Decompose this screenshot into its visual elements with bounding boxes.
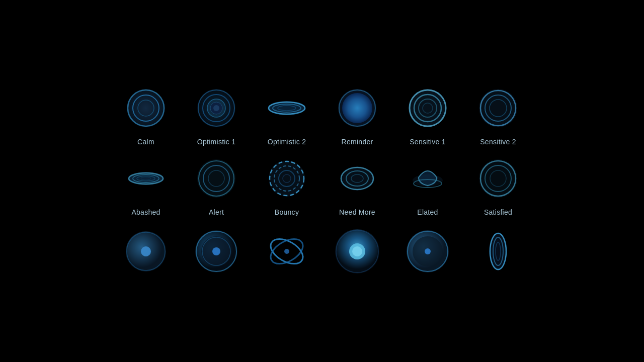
- icon-bouncy: [264, 156, 309, 201]
- item-bouncy[interactable]: Bouncy: [254, 156, 319, 216]
- item-r3c2[interactable]: [184, 226, 249, 277]
- label-optimistic1: Optimistic 1: [197, 138, 235, 146]
- icon-abashed: [123, 156, 169, 201]
- label-abashed: Abashed: [131, 208, 160, 216]
- item-r3c3[interactable]: [254, 226, 319, 277]
- item-reminder[interactable]: Reminder: [325, 85, 390, 146]
- icon-reminder: [335, 85, 380, 131]
- icon-r3c6: [473, 226, 523, 277]
- icon-calm: [123, 85, 169, 131]
- icon-satisfied: [475, 156, 521, 201]
- label-alert: Alert: [209, 208, 224, 216]
- svg-point-15: [342, 93, 372, 123]
- icon-r3c4: [332, 226, 382, 277]
- label-elated: Elated: [417, 208, 438, 216]
- item-sensitive1[interactable]: Sensitive 1: [395, 85, 460, 146]
- icon-sensitive1: [405, 85, 450, 131]
- svg-point-40: [340, 166, 374, 191]
- item-r3c4[interactable]: [325, 226, 390, 277]
- icon-r3c2: [191, 226, 242, 277]
- icon-elated: [405, 156, 450, 201]
- item-optimistic2[interactable]: Optimistic 2: [254, 85, 319, 146]
- label-reminder: Reminder: [342, 138, 373, 146]
- label-needmore: Need More: [339, 208, 375, 216]
- item-satisfied[interactable]: Satisfied: [465, 156, 531, 216]
- item-elated[interactable]: Elated: [395, 156, 460, 216]
- icon-r3c3: [262, 226, 312, 277]
- item-calm[interactable]: Calm: [113, 85, 179, 146]
- label-optimistic2: Optimistic 2: [268, 138, 306, 146]
- label-bouncy: Bouncy: [275, 208, 299, 216]
- icon-alert: [194, 156, 239, 201]
- item-r3c6[interactable]: [465, 226, 531, 277]
- svg-point-69: [489, 232, 507, 270]
- svg-point-60: [284, 249, 289, 254]
- icon-optimistic1: [194, 85, 239, 131]
- icon-needmore: [335, 156, 380, 201]
- icon-sensitive2: [475, 85, 521, 131]
- icon-optimistic2: [264, 85, 309, 131]
- icon-r3c1: [121, 226, 171, 277]
- item-abashed[interactable]: Abashed: [113, 156, 179, 216]
- icon-grid: Calm Optimistic 1: [113, 85, 531, 277]
- svg-point-64: [352, 246, 362, 256]
- svg-point-10: [268, 101, 306, 115]
- item-r3c5[interactable]: [395, 226, 460, 277]
- svg-point-9: [213, 105, 219, 111]
- label-calm: Calm: [137, 138, 154, 146]
- svg-point-57: [212, 247, 220, 255]
- label-sensitive1: Sensitive 1: [410, 138, 446, 146]
- svg-point-52: [141, 246, 151, 256]
- item-optimistic1[interactable]: Optimistic 1: [184, 85, 249, 146]
- svg-point-68: [425, 248, 431, 254]
- item-sensitive2[interactable]: Sensitive 2: [465, 85, 531, 146]
- item-needmore[interactable]: Need More: [325, 156, 390, 216]
- item-alert[interactable]: Alert: [184, 156, 249, 216]
- label-satisfied: Satisfied: [484, 208, 512, 216]
- item-r3c1[interactable]: [113, 226, 179, 277]
- label-sensitive2: Sensitive 2: [480, 138, 516, 146]
- icon-r3c5: [403, 226, 453, 277]
